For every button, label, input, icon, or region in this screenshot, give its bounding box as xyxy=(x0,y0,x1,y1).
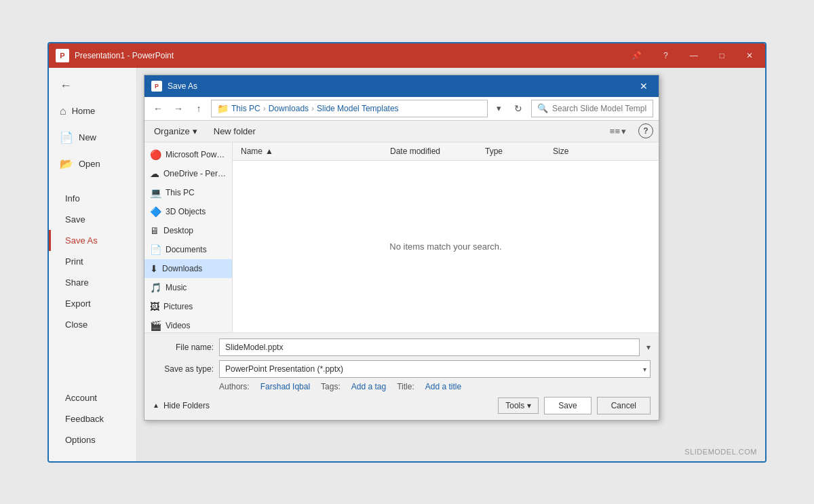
dialog-title: Save As xyxy=(168,81,197,91)
panel-item-label: Downloads xyxy=(162,264,202,273)
sidebar-nav-open-label: Open xyxy=(79,159,100,169)
panel-item-label: This PC xyxy=(166,188,195,197)
forward-nav-button[interactable]: → xyxy=(170,100,187,117)
tags-label: Tags: xyxy=(321,382,341,391)
tags-value[interactable]: Add a tag xyxy=(351,382,386,391)
panel-item-label: Microsoft PowerP... xyxy=(166,150,227,159)
pictures-icon: 🖼 xyxy=(150,301,159,312)
filename-label: File name: xyxy=(153,343,214,352)
refresh-button[interactable]: ↻ xyxy=(509,100,527,117)
savetype-select[interactable]: PowerPoint Presentation (*.pptx) xyxy=(219,360,651,378)
back-button[interactable]: ← xyxy=(49,73,136,98)
sidebar-item-home[interactable]: ⌂ Home xyxy=(49,98,136,124)
sidebar-menu-print[interactable]: Print xyxy=(49,251,136,272)
panel-item-label: Pictures xyxy=(163,302,193,311)
title-label: Title: xyxy=(397,382,414,391)
panel-item-desktop[interactable]: 🖥 Desktop xyxy=(144,221,232,240)
search-box[interactable]: 🔍 xyxy=(531,100,653,117)
dialog-bottom: File name: ▾ Save as type: PowerPoint Pr… xyxy=(144,332,659,420)
authors-value[interactable]: Farshad Iqbal xyxy=(260,382,310,391)
breadcrumb-slide-model[interactable]: Slide Model Templates xyxy=(317,104,399,113)
search-input[interactable] xyxy=(552,104,647,113)
panel-item-label: 3D Objects xyxy=(166,207,206,216)
breadcrumb-downloads[interactable]: Downloads xyxy=(269,104,309,113)
tools-button[interactable]: Tools ▾ xyxy=(498,398,539,414)
column-header-name[interactable]: Name ▲ xyxy=(238,145,387,157)
close-button[interactable]: ✕ xyxy=(741,48,758,63)
back-nav-button[interactable]: ← xyxy=(150,100,166,117)
sidebar-menu-info[interactable]: Info xyxy=(49,188,136,209)
maximize-button[interactable]: □ xyxy=(714,48,730,63)
save-button[interactable]: Save xyxy=(544,397,591,414)
file-list-header: Name ▲ Date modified Type xyxy=(233,142,659,161)
hide-folders-button[interactable]: ▲ Hide Folders xyxy=(153,401,210,410)
organize-chevron-icon: ▾ xyxy=(193,126,197,136)
savetype-select-wrapper[interactable]: PowerPoint Presentation (*.pptx) ▾ xyxy=(219,360,651,378)
sidebar-bottom: Account Feedback Options xyxy=(49,387,136,461)
panel-item-this-pc[interactable]: 💻 This PC xyxy=(144,183,232,202)
open-icon: 📂 xyxy=(60,157,73,170)
panel-item-pictures[interactable]: 🖼 Pictures xyxy=(144,297,232,316)
panel-item-microsoft-powerpoint[interactable]: 🔴 Microsoft PowerP... xyxy=(144,145,232,164)
panel-item-music[interactable]: 🎵 Music xyxy=(144,278,232,297)
panel-item-3d-objects[interactable]: 🔷 3D Objects xyxy=(144,202,232,221)
panel-item-documents[interactable]: 📄 Documents xyxy=(144,240,232,259)
view-button[interactable]: ≡≡ ▾ xyxy=(606,123,630,139)
sidebar-menu-share[interactable]: Share xyxy=(49,272,136,293)
new-folder-button[interactable]: New folder xyxy=(210,123,260,139)
filename-dropdown-icon[interactable]: ▾ xyxy=(646,343,651,352)
powerpoint-nav-icon: 🔴 xyxy=(150,149,161,160)
panel-item-onedrive[interactable]: ☁ OneDrive - Perso... xyxy=(144,164,232,183)
address-breadcrumb[interactable]: 📁 This PC › Downloads › Slide Model Temp… xyxy=(211,100,488,117)
dialog-help-button[interactable]: ? xyxy=(638,123,653,138)
file-list-empty-message: No items match your search. xyxy=(233,161,659,332)
sidebar-item-new[interactable]: 📄 New xyxy=(49,124,136,151)
panel-item-downloads[interactable]: ⬇ Downloads xyxy=(144,259,232,278)
videos-icon: 🎬 xyxy=(150,320,161,331)
panel-item-videos[interactable]: 🎬 Videos xyxy=(144,316,232,332)
dialog-titlebar-left: P Save As xyxy=(151,81,197,92)
sidebar-menu-save[interactable]: Save xyxy=(49,209,136,230)
dialog-left-panel: 🔴 Microsoft PowerP... ☁ OneDrive - Perso… xyxy=(144,142,233,332)
save-as-dialog: P Save As ✕ ← → ↑ 📁 This PC › xyxy=(144,75,659,421)
sidebar-menu-options[interactable]: Options xyxy=(49,429,136,450)
filename-input[interactable] xyxy=(219,338,640,356)
address-dropdown-button[interactable]: ▾ xyxy=(492,100,505,117)
column-header-size[interactable]: Size xyxy=(550,145,604,157)
dialog-overlay: P Save As ✕ ← → ↑ 📁 This PC › xyxy=(137,68,765,461)
sidebar: ← ⌂ Home 📄 New 📂 Open Info Save Save As … xyxy=(49,68,137,461)
up-nav-button[interactable]: ↑ xyxy=(191,100,207,117)
dialog-toolbar: Organize ▾ New folder ≡≡ ▾ ? xyxy=(144,121,659,142)
desktop-icon: 🖥 xyxy=(150,225,159,236)
sidebar-menu-feedback[interactable]: Feedback xyxy=(49,408,136,429)
panel-item-label: Videos xyxy=(166,321,190,330)
view-icon: ≡≡ xyxy=(610,126,620,136)
help-button[interactable]: ? xyxy=(658,48,674,63)
this-pc-icon: 💻 xyxy=(150,187,161,198)
onedrive-icon: ☁ xyxy=(150,168,159,179)
pin-button[interactable]: 📌 xyxy=(626,48,647,63)
title-value[interactable]: Add a title xyxy=(425,382,461,391)
downloads-icon: ⬇ xyxy=(150,263,158,274)
minimize-button[interactable]: — xyxy=(684,48,703,63)
title-bar: P Presentation1 - PowerPoint 📌 ? — □ ✕ xyxy=(49,43,765,68)
dialog-close-button[interactable]: ✕ xyxy=(636,78,652,94)
column-header-date[interactable]: Date modified xyxy=(387,145,482,157)
app-title: Presentation1 - PowerPoint xyxy=(75,51,174,60)
sidebar-item-open[interactable]: 📂 Open xyxy=(49,151,136,177)
panel-item-label: Documents xyxy=(166,245,207,254)
main-layout: ← ⌂ Home 📄 New 📂 Open Info Save Save As … xyxy=(49,68,765,461)
savetype-label: Save as type: xyxy=(153,364,214,374)
cancel-button[interactable]: Cancel xyxy=(597,397,651,414)
organize-button[interactable]: Organize ▾ xyxy=(150,123,201,139)
home-icon: ⌂ xyxy=(60,105,66,117)
column-header-type[interactable]: Type xyxy=(482,145,550,157)
sidebar-menu-export[interactable]: Export xyxy=(49,293,136,314)
sidebar-menu-save-as[interactable]: Save As xyxy=(49,230,136,251)
tools-label: Tools xyxy=(505,401,524,410)
panel-item-label: Music xyxy=(166,283,187,292)
sidebar-menu-account[interactable]: Account xyxy=(49,387,136,408)
sidebar-menu-close[interactable]: Close xyxy=(49,314,136,335)
filename-row: File name: ▾ xyxy=(153,338,651,356)
breadcrumb-this-pc[interactable]: This PC xyxy=(231,104,260,113)
